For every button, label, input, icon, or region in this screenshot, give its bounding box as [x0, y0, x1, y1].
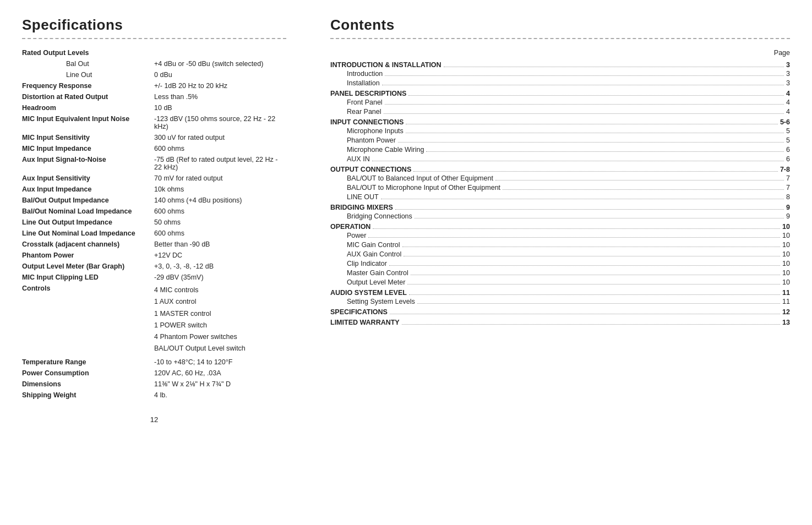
spec-value: 4 lb.: [154, 391, 286, 399]
spec-value: 70 mV for rated output: [154, 174, 286, 182]
spec-value: 300 uV for rated output: [154, 134, 286, 141]
toc-dots: [417, 303, 780, 304]
spec-value: +4 dBu or -50 dBu (switch selected): [154, 60, 286, 68]
spec-value: 600 ohms: [154, 229, 286, 237]
toc-page: 4: [786, 90, 790, 97]
spec-label: Frequency Response: [22, 82, 154, 90]
toc-page: 5: [786, 127, 790, 135]
spec-label: Shipping Weight: [22, 391, 154, 399]
toc-row: Microphone Cable Wiring6: [330, 146, 790, 154]
spec-label: Bal/Out Nominal Load Impedance: [22, 207, 154, 215]
spec-row: Bal/Out Output Impedance140 ohms (+4 dBu…: [22, 196, 286, 204]
spec-label: Line Out Output Impedance: [22, 218, 154, 226]
toc-dots: [389, 265, 780, 266]
toc-page: 13: [782, 319, 790, 326]
toc-row: AUX IN6: [330, 155, 790, 163]
spec-row: Aux Input Sensitivity70 mV for rated out…: [22, 174, 286, 182]
toc-dots: [415, 218, 784, 218]
spec-label: Aux Input Sensitivity: [22, 174, 154, 182]
toc-label: BAL/OUT to Balanced Input of Other Equip…: [347, 174, 493, 182]
toc-label: Rear Panel: [347, 108, 382, 116]
spec-row: Shipping Weight4 lb.: [22, 391, 286, 399]
toc-table: INTRODUCTION & INSTALLATION3Introduction…: [330, 61, 790, 326]
toc-label: SPECIFICATIONS: [330, 308, 388, 316]
toc-page: 3: [786, 70, 790, 78]
spec-value: 0 dBu: [154, 71, 286, 79]
toc-row: Rear Panel4: [330, 108, 790, 116]
toc-page: 10: [782, 223, 790, 231]
spec-label: Crosstalk (adjacent channels): [22, 240, 154, 248]
toc-dots: [413, 171, 778, 172]
spec-label: Line Out: [22, 71, 154, 79]
toc-row: INPUT CONNECTIONS5-6: [330, 118, 790, 126]
spec-value: 120V AC, 60 Hz, .03A: [154, 369, 286, 377]
toc-dots: [426, 151, 784, 152]
spec-value: Less than .5%: [154, 93, 286, 101]
spec-row: Aux Input Signal-to-Noise-75 dB (Ref to …: [22, 156, 286, 171]
toc-label: LINE OUT: [347, 193, 379, 201]
toc-label: OPERATION: [330, 223, 370, 231]
toc-dots: [381, 199, 784, 199]
spec-value: 10k ohms: [154, 185, 286, 193]
toc-label: PANEL DESCRIPTIONS: [330, 90, 406, 97]
toc-row: MIC Gain Control10: [330, 241, 790, 249]
page-column-label: Page: [774, 49, 790, 57]
spec-value: -75 dB (Ref to rated output level, 22 Hz…: [154, 156, 286, 171]
toc-page: 4: [786, 99, 790, 106]
spec-value: Better than -90 dB: [154, 240, 286, 248]
spec-label: Line Out Nominal Load Impedance: [22, 229, 154, 237]
toc-row: LINE OUT8: [330, 193, 790, 201]
spec-row: Temperature Range-10 to +48°C; 14 to 120…: [22, 358, 286, 366]
toc-dots: [404, 256, 780, 256]
spec-label: Aux Input Signal-to-Noise: [22, 156, 154, 163]
toc-dots: [398, 142, 784, 143]
toc-row: Microphone Inputs5: [330, 127, 790, 135]
toc-page: 7: [786, 174, 790, 182]
spec-label: MIC Input Sensitivity: [22, 134, 154, 141]
toc-dots: [372, 161, 784, 161]
spec-value: 4 MIC controls 1 AUX control 1 MASTER co…: [154, 285, 286, 355]
spec-row: Dimensions11⅜" W x 2⅛" H x 7¾" D: [22, 380, 286, 388]
spec-value: -10 to +48°C; 14 to 120°F: [154, 358, 286, 366]
spec-label: Distortion at Rated Output: [22, 93, 154, 101]
toc-label: Microphone Cable Wiring: [347, 146, 424, 154]
spec-row: Line Out Nominal Load Impedance600 ohms: [22, 229, 286, 237]
toc-page: 10: [782, 278, 790, 286]
spec-value: +12V DC: [154, 251, 286, 259]
toc-dots: [402, 324, 780, 325]
toc-row: Master Gain Control10: [330, 269, 790, 277]
toc-label: Microphone Inputs: [347, 127, 404, 135]
spec-label: Bal/Out Output Impedance: [22, 196, 154, 204]
toc-dots: [384, 113, 784, 114]
specs-table: Rated Output LevelsBal Out+4 dBu or -50 …: [22, 49, 286, 399]
toc-row: Clip Indicator10: [330, 260, 790, 267]
spec-label: Power Consumption: [22, 369, 154, 377]
spec-row: Line Out Output Impedance50 ohms: [22, 218, 286, 226]
toc-row: Output Level Meter10: [330, 278, 790, 286]
toc-row: BAL/OUT to Balanced Input of Other Equip…: [330, 174, 790, 182]
toc-page: 5-6: [780, 118, 790, 126]
toc-dots: [407, 284, 780, 285]
spec-value: -123 dBV (150 ohms source, 22 Hz - 22 kH…: [154, 115, 286, 130]
spec-label: Output Level Meter (Bar Graph): [22, 262, 154, 270]
spec-row: Phantom Power+12V DC: [22, 251, 286, 259]
toc-page: 11: [782, 298, 790, 305]
toc-dots: [373, 228, 780, 229]
toc-page: 9: [786, 212, 790, 220]
toc-row: AUDIO SYSTEM LEVEL11: [330, 289, 790, 297]
spec-row: Power Consumption120V AC, 60 Hz, .03A: [22, 369, 286, 377]
spec-label: Controls: [22, 285, 154, 292]
toc-label: BAL/OUT to Microphone Input of Other Equ…: [347, 184, 500, 192]
toc-label: AUX IN: [347, 155, 370, 163]
toc-label: INTRODUCTION & INSTALLATION: [330, 61, 442, 69]
toc-row: Bridging Connections9: [330, 212, 790, 220]
toc-page: 6: [786, 146, 790, 154]
spec-label: Temperature Range: [22, 358, 154, 366]
toc-row: Introduction3: [330, 70, 790, 78]
toc-dots: [409, 294, 780, 295]
toc-page: 7: [786, 184, 790, 192]
spec-label: Phantom Power: [22, 251, 154, 259]
toc-page: 11: [782, 289, 790, 297]
toc-dots: [503, 189, 784, 190]
toc-page: 10: [782, 260, 790, 267]
